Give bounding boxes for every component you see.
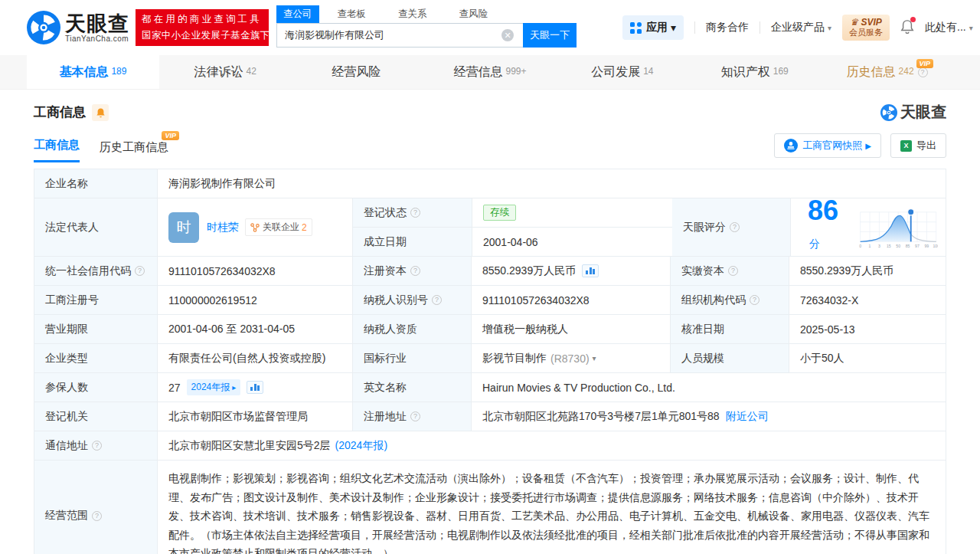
paid-capital-value: 8550.2939万人民币 bbox=[789, 257, 946, 285]
subtab-business-registration[interactable]: 工商信息 bbox=[34, 138, 80, 162]
chevron-down-icon[interactable]: ▾ bbox=[593, 354, 596, 362]
vip-badge: VIP bbox=[916, 59, 934, 68]
chevron-down-icon: ▾ bbox=[969, 24, 973, 32]
search-tab-boss[interactable]: 查老板 bbox=[331, 5, 374, 23]
reg-number-label: 工商注册号 bbox=[34, 286, 158, 314]
tianyancha-logo-icon bbox=[27, 11, 60, 44]
tab-business-info[interactable]: 经营信息 999+ bbox=[424, 55, 557, 89]
table-row: 统一社会信用代码 9111010572634032X8 注册资本 8550.29… bbox=[34, 257, 946, 286]
header-nav: 应用 ▾ 商务合作 企业级产品▾ ♛ SVIP 会员服务 此处有... bbox=[622, 15, 973, 41]
search-tab-risk[interactable]: 查风险 bbox=[452, 5, 495, 23]
business-term-label: 营业期限 bbox=[34, 315, 158, 343]
apps-menu[interactable]: 应用 ▾ bbox=[622, 15, 684, 40]
help-icon[interactable] bbox=[918, 67, 928, 77]
top-header: 天眼查 TianYanCha.com 都在用的商业查询工具 国家中小企业发展子基… bbox=[0, 0, 980, 55]
apps-label: 应用 bbox=[646, 21, 668, 34]
industry-label: 国标行业 bbox=[353, 344, 472, 372]
subtab-history-registration[interactable]: VIP 历史工商信息 bbox=[100, 140, 168, 162]
help-icon[interactable] bbox=[410, 266, 420, 276]
credit-code-value: 9111010572634032X8 bbox=[158, 257, 353, 285]
industry-value: 影视节目制作 (R8730) ▾ bbox=[472, 344, 671, 372]
search-tabs: 查公司 查老板 查关系 查风险 bbox=[276, 5, 577, 23]
search-tab-relation[interactable]: 查关系 bbox=[391, 5, 434, 23]
basic-info-content: 工商信息 天眼查 bbox=[0, 102, 980, 554]
related-companies-badge[interactable]: 关联企业 2 bbox=[245, 218, 312, 236]
annual-report-link[interactable]: (2024年报) bbox=[335, 439, 387, 453]
svg-text:99: 99 bbox=[925, 243, 929, 247]
paid-capital-label: 实缴资本 bbox=[671, 257, 789, 285]
help-icon[interactable] bbox=[730, 222, 740, 232]
org-code-label: 组织机构代码 bbox=[671, 286, 789, 314]
tab-intellectual-property[interactable]: 知识产权 169 bbox=[688, 55, 821, 89]
tianyancha-company-page: 天眼查 TianYanCha.com 都在用的商业查询工具 国家中小企业发展子基… bbox=[0, 0, 980, 554]
help-icon[interactable] bbox=[410, 411, 420, 421]
notification-dot bbox=[910, 17, 916, 22]
company-name-value: 海润影视制作有限公司 bbox=[158, 169, 946, 198]
taxpayer-id-value: 9111010572634032X8 bbox=[472, 286, 671, 314]
establish-date-value: 2001-04-06 bbox=[472, 228, 672, 256]
section-title: 工商信息 bbox=[34, 103, 86, 121]
english-name-label: 英文名称 bbox=[353, 373, 472, 402]
annual-report-badge[interactable]: 2024年报 bbox=[187, 379, 241, 395]
subtab-row: 工商信息 VIP 历史工商信息 工商官网快照 ▶ bbox=[27, 133, 953, 162]
insured-trend-icon[interactable] bbox=[247, 381, 263, 394]
taxpayer-quality-value: 增值税一般纳税人 bbox=[472, 315, 671, 343]
reg-authority-value: 北京市朝阳区市场监督管理局 bbox=[158, 402, 353, 431]
tianyancha-logo[interactable]: 天眼查 TianYanCha.com bbox=[27, 11, 129, 44]
table-row: 营业期限 2001-04-06 至 2031-04-05 纳税人资质 增值税一般… bbox=[34, 315, 946, 344]
reg-address-label: 注册地址 bbox=[353, 402, 472, 431]
help-icon[interactable] bbox=[728, 266, 738, 276]
credit-code-label: 统一社会信用代码 bbox=[34, 257, 158, 285]
svg-text:50: 50 bbox=[897, 243, 901, 247]
table-row: 经营范围 电视剧制作；影视策划；影视咨询；组织文化艺术交流活动（演出除外）；设备… bbox=[34, 461, 946, 554]
crown-icon: ♛ SVIP bbox=[849, 18, 883, 28]
registration-info-table: 企业名称 海润影视制作有限公司 法定代表人 时 时桂荣 bbox=[34, 169, 946, 554]
search-button[interactable]: 天眼一下 bbox=[523, 23, 577, 48]
tab-operating-risk[interactable]: 经营风险 bbox=[292, 55, 424, 89]
nav-enterprise[interactable]: 企业级产品▾ bbox=[771, 21, 831, 34]
export-button[interactable]: 导出 bbox=[890, 133, 946, 158]
reg-status-label: 登记状态 bbox=[353, 198, 472, 227]
svg-text:3: 3 bbox=[878, 243, 880, 247]
insured-count-value: 27 2024年报 bbox=[158, 373, 353, 402]
apps-grid-icon bbox=[630, 22, 642, 34]
help-icon[interactable] bbox=[135, 266, 145, 276]
help-icon[interactable] bbox=[750, 295, 760, 305]
help-icon[interactable] bbox=[92, 441, 102, 451]
table-row: 参保人数 27 2024年报 英文名称 Hairun Movies & TV P… bbox=[34, 373, 946, 402]
subscribe-bell-button[interactable] bbox=[92, 104, 109, 121]
legal-rep-avatar[interactable]: 时 bbox=[168, 212, 199, 243]
help-icon[interactable] bbox=[410, 208, 420, 218]
tab-legal-proceedings[interactable]: 法律诉讼 42 bbox=[159, 55, 292, 89]
legal-rep-value: 时 时桂荣 关联企业 2 bbox=[158, 198, 353, 256]
reg-status-value: 存续 bbox=[472, 198, 672, 227]
logo-title: 天眼查 bbox=[65, 13, 129, 34]
search-input[interactable] bbox=[276, 23, 523, 48]
search-tab-company[interactable]: 查公司 bbox=[276, 5, 319, 23]
chevron-down-icon: ▾ bbox=[828, 24, 831, 32]
bell-icon bbox=[96, 107, 106, 118]
table-row: 工商注册号 110000002619512 纳税人识别号 91110105726… bbox=[34, 286, 946, 315]
official-snapshot-button[interactable]: 工商官网快照 ▶ bbox=[774, 133, 881, 158]
svip-membership-button[interactable]: ♛ SVIP 会员服务 bbox=[842, 15, 890, 41]
table-row: 企业类型 有限责任公司(自然人投资或控股) 国标行业 影视节目制作 (R8730… bbox=[34, 344, 946, 373]
nav-cooperation[interactable]: 商务合作 bbox=[706, 21, 749, 34]
divider bbox=[694, 21, 695, 34]
user-menu[interactable]: 此处有...▾ bbox=[925, 21, 973, 34]
help-icon[interactable] bbox=[92, 511, 102, 521]
approval-date-label: 核准日期 bbox=[671, 315, 789, 343]
tab-basic-info[interactable]: 基本信息 189 bbox=[27, 55, 159, 89]
legal-rep-label: 法定代表人 bbox=[34, 198, 158, 256]
legal-rep-name-link[interactable]: 时桂荣 bbox=[207, 221, 239, 234]
search-clear-icon[interactable]: ✕ bbox=[501, 29, 514, 41]
company-type-label: 企业类型 bbox=[34, 344, 158, 372]
nearby-companies-link[interactable]: 附近公司 bbox=[726, 410, 769, 424]
tab-history-info[interactable]: VIP 历史信息 242 bbox=[821, 55, 953, 89]
stamp-icon bbox=[784, 139, 798, 152]
business-scope-value: 电视剧制作；影视策划；影视咨询；组织文化艺术交流活动（演出除外）；设备租赁（不含… bbox=[158, 461, 946, 554]
notification-bell[interactable] bbox=[900, 19, 914, 37]
help-icon[interactable] bbox=[432, 295, 442, 305]
capital-trend-icon[interactable] bbox=[582, 264, 599, 277]
tab-company-development[interactable]: 公司发展 14 bbox=[556, 55, 688, 89]
score-value: 86分 bbox=[791, 198, 946, 256]
